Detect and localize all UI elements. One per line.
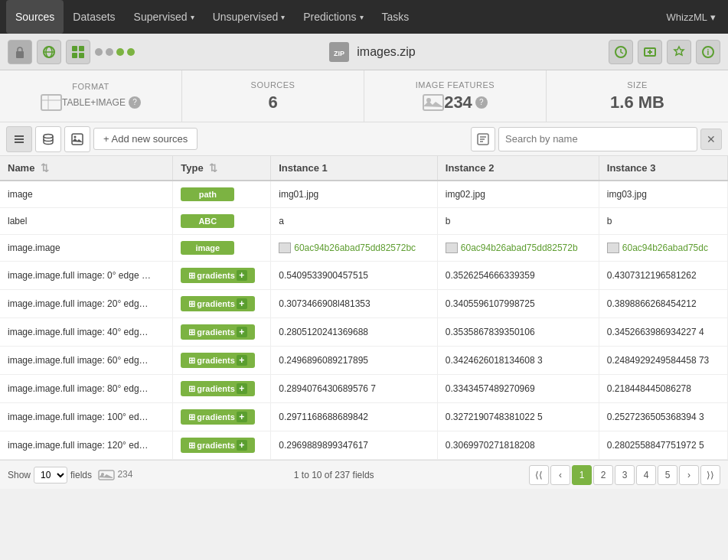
fields-filter-icon: 234	[98, 469, 132, 480]
nav-supervised[interactable]: Supervised ▾	[125, 0, 204, 34]
col-inst2: Instance 2	[437, 156, 599, 181]
stat-size: SIZE 1.6 MB	[547, 70, 728, 122]
table-row: image.imageimage60ac94b26abad75dd82572bc…	[0, 235, 728, 262]
add-sources-button[interactable]: + Add new sources	[93, 128, 198, 150]
nav-datasets[interactable]: Datasets	[64, 0, 124, 34]
top-navigation: Sources Datasets Supervised ▾ Unsupervis…	[0, 0, 728, 34]
cell-inst1[interactable]: 60ac94b26abad75dd82572bc	[271, 235, 438, 262]
cell-name: image.image.full image: 40° edg…	[0, 318, 173, 347]
cell-inst1: a	[271, 208, 438, 235]
col-inst3: Instance 3	[599, 156, 727, 181]
cell-inst2: 0.3526254666339359	[437, 262, 599, 290]
col-name[interactable]: Name ⇅	[0, 156, 173, 181]
table-row: labelABCabb	[0, 208, 728, 235]
svg-point-26	[74, 135, 77, 138]
col-type[interactable]: Type ⇅	[173, 156, 271, 181]
cell-type: image	[173, 235, 271, 262]
image-link[interactable]: 60ac94b26abad75dd82572b	[461, 243, 578, 253]
cell-type: ⊞ gradients+	[173, 262, 271, 290]
table-row: image.image.full image: 100° ed…⊞ gradie…	[0, 403, 728, 431]
image-view-button[interactable]	[64, 126, 90, 152]
search-input[interactable]	[498, 127, 697, 151]
toolbar-actions: i	[609, 40, 720, 64]
stat-sources: SOURCES 6	[182, 70, 364, 122]
cell-name: label	[0, 208, 173, 235]
cell-inst1: 0.2969889899347617	[271, 431, 438, 460]
cell-inst1: 0.2971168688689842	[271, 403, 438, 431]
cell-inst1: 0.2894076430689576 7	[271, 375, 438, 403]
nav-tasks[interactable]: Tasks	[373, 0, 419, 34]
toolbar-center: ZIP images.zip	[139, 41, 604, 63]
cell-inst3: 0.2802558847751972 5	[599, 431, 727, 460]
search-area: ✕	[471, 127, 722, 151]
image-features-help[interactable]: ?	[475, 96, 488, 109]
cell-type: ⊞ gradients+	[173, 318, 271, 347]
lock-icon[interactable]	[8, 40, 32, 64]
status-dots	[95, 48, 135, 56]
page-first[interactable]: ⟨⟨	[529, 465, 549, 485]
format-icon	[41, 94, 62, 111]
stat-format: FORMAT TABLE+IMAGE ?	[0, 70, 182, 122]
grid-icon[interactable]	[66, 40, 90, 64]
cell-inst3: img03.jpg	[599, 181, 727, 208]
stat-image-features: IMAGE FEATURES 234 ?	[364, 70, 547, 122]
nav-predictions[interactable]: Predictions ▾	[294, 0, 372, 34]
nav-sources[interactable]: Sources	[6, 0, 64, 34]
cell-inst2: 0.3272190748381022 5	[437, 403, 599, 431]
cell-inst3: 0.2484929249584458 73	[599, 347, 727, 375]
cell-inst3[interactable]: 60ac94b26abad75dc	[599, 235, 727, 262]
svg-rect-5	[79, 46, 84, 51]
image-link[interactable]: 60ac94b26abad75dc	[622, 243, 708, 253]
format-help[interactable]: ?	[129, 96, 141, 109]
page-next[interactable]: ›	[679, 465, 699, 485]
cell-inst2: 0.3535867839350106	[437, 318, 599, 347]
svg-rect-0	[16, 51, 24, 58]
cell-inst2[interactable]: 60ac94b26abad75dd82572b	[437, 235, 599, 262]
svg-text:ZIP: ZIP	[334, 50, 344, 57]
toolbar: ZIP images.zip i	[0, 34, 728, 70]
svg-rect-6	[72, 53, 77, 58]
show-select[interactable]: 10 25 50	[34, 467, 67, 483]
svg-point-24	[44, 134, 53, 138]
stats-bar: FORMAT TABLE+IMAGE ? SOURCES 6 IMAGE FEA…	[0, 70, 728, 122]
page-1[interactable]: 1	[572, 465, 592, 485]
cell-name: image	[0, 181, 173, 208]
page-prev[interactable]: ‹	[550, 465, 570, 485]
action-icon-4[interactable]: i	[696, 40, 720, 64]
page-last[interactable]: ⟩⟩	[700, 465, 720, 485]
list-view-button[interactable]	[6, 126, 32, 152]
user-menu[interactable]: WhizzML ▾	[667, 11, 716, 23]
range-text: 1 to 10 of 237 fields	[294, 470, 374, 480]
cell-name: image.image.full image: 80° edg…	[0, 375, 173, 403]
image-link[interactable]: 60ac94b26abad75dd82572bc	[294, 243, 416, 253]
search-clear-button[interactable]: ✕	[700, 129, 722, 150]
page-3[interactable]: 3	[615, 465, 635, 485]
svg-text:i: i	[707, 48, 710, 57]
cell-name: image.image.full image: 100° ed…	[0, 403, 173, 431]
nav-unsupervised[interactable]: Unsupervised ▾	[204, 0, 295, 34]
cell-type: ⊞ gradients+	[173, 375, 271, 403]
action-icon-3[interactable]	[667, 40, 691, 64]
page-2[interactable]: 2	[593, 465, 613, 485]
cell-inst2: 0.3424626018134608 3	[437, 347, 599, 375]
cell-inst3: 0.3452663986934227 4	[599, 318, 727, 347]
cell-type: ⊞ gradients+	[173, 290, 271, 318]
cell-inst2: img02.jpg	[437, 181, 599, 208]
cell-inst2: 0.3343457489270969	[437, 375, 599, 403]
action-icon-2[interactable]	[638, 40, 662, 64]
database-view-button[interactable]	[35, 126, 61, 152]
pagination: ⟨⟨ ‹ 1 2 3 4 5 › ⟩⟩	[529, 465, 720, 485]
cell-type: path	[173, 181, 271, 208]
search-filter-button[interactable]	[471, 127, 495, 151]
cell-name: image.image.full image: 0° edge …	[0, 262, 173, 290]
table-row: image.image.full image: 40° edg…⊞ gradie…	[0, 318, 728, 347]
action-icon-1[interactable]	[609, 40, 633, 64]
cell-inst3: 0.3898866268454212	[599, 290, 727, 318]
page-5[interactable]: 5	[658, 465, 677, 485]
page-4[interactable]: 4	[636, 465, 656, 485]
cell-inst1: 0.2496896089217895	[271, 347, 438, 375]
cell-name: image.image	[0, 235, 173, 262]
source-icon[interactable]	[37, 40, 61, 64]
supervised-caret: ▾	[191, 13, 194, 21]
cell-inst1: 0.2805120241369688	[271, 318, 438, 347]
